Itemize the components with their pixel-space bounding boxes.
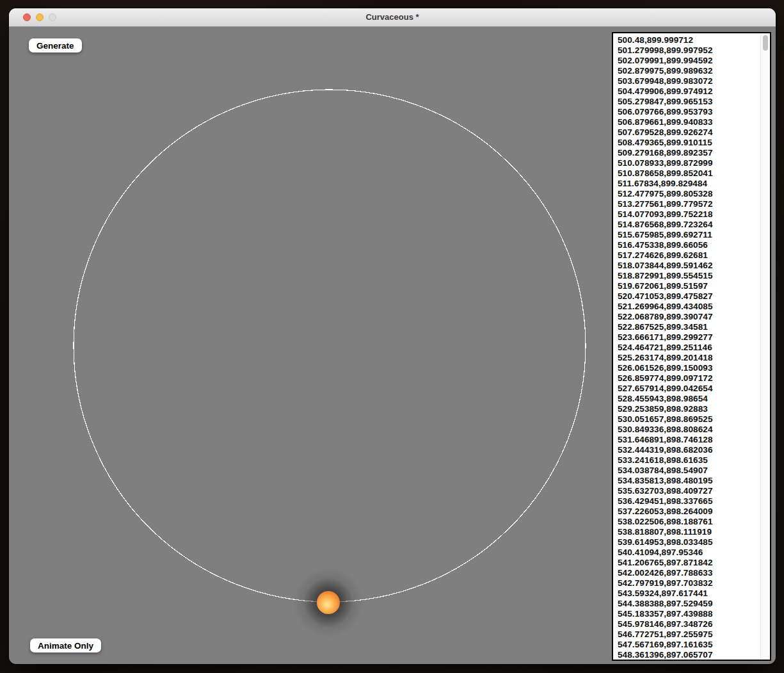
coordinate-row: 545.978146,897.348726 [618, 619, 761, 629]
coordinate-row: 505.279847,899.965153 [618, 97, 761, 107]
coordinate-row: 519.672061,899.51597 [618, 281, 761, 291]
coordinate-row: 524.464721,899.251146 [618, 343, 761, 353]
coordinate-row: 502.079991,899.994592 [618, 56, 761, 66]
title-bar[interactable]: Curvaceous * [9, 8, 776, 27]
coordinate-row: 501.279998,899.997952 [618, 45, 761, 56]
coordinates-list[interactable]: 500.48,899.999712501.279998,899.99795250… [612, 32, 771, 661]
coordinate-row: 506.079766,899.953793 [618, 107, 761, 117]
generate-button-label: Generate [36, 41, 74, 51]
scrollbar-track[interactable] [760, 33, 770, 660]
generate-button[interactable]: Generate [29, 38, 82, 53]
app-window: Curvaceous * Generate Animate Only 500.4… [9, 8, 776, 664]
animated-ball [317, 591, 340, 614]
coordinate-row: 532.444319,898.682036 [618, 445, 761, 455]
coordinate-row: 523.666171,899.299277 [618, 332, 761, 343]
coordinate-row: 502.879975,899.989632 [618, 66, 761, 76]
coordinate-row: 506.879661,899.940833 [618, 117, 761, 127]
coordinate-row: 509.279168,899.892357 [618, 148, 761, 158]
coordinate-row: 516.475338,899.66056 [618, 240, 761, 250]
coordinate-row: 539.614953,898.033485 [618, 537, 761, 547]
coordinate-row: 528.455943,898.98654 [618, 394, 761, 404]
coordinate-row: 515.675985,899.692711 [618, 230, 761, 240]
coordinate-row: 537.226053,898.264009 [618, 507, 761, 517]
coordinate-row: 510.878658,899.852041 [618, 168, 761, 179]
coordinate-row: 508.479365,899.910115 [618, 138, 761, 148]
coordinate-row: 517.274626,899.62681 [618, 250, 761, 261]
coordinate-row: 534.835813,898.480195 [618, 476, 761, 486]
coordinate-row: 538.022506,898.188761 [618, 517, 761, 527]
coordinate-row: 531.646891,898.746128 [618, 435, 761, 445]
coordinate-row: 542.797919,897.703832 [618, 578, 761, 588]
coordinate-row: 538.818807,898.111919 [618, 527, 761, 537]
animate-only-button[interactable]: Animate Only [30, 638, 101, 653]
scrollbar-thumb[interactable] [763, 35, 768, 51]
coordinate-row: 546.772751,897.255975 [618, 629, 761, 640]
coordinates-rows[interactable]: 500.48,899.999712501.279998,899.99795250… [613, 33, 761, 660]
coordinate-row: 527.657914,899.042654 [618, 384, 761, 394]
coordinate-row: 504.479906,899.974912 [618, 86, 761, 97]
coordinate-row: 536.429451,898.337665 [618, 496, 761, 507]
coordinate-row: 522.867525,899.34581 [618, 322, 761, 332]
coordinate-row: 522.068789,899.390747 [618, 312, 761, 322]
coordinate-row: 530.051657,898.869525 [618, 414, 761, 425]
coordinate-row: 535.632703,898.409727 [618, 486, 761, 496]
coordinate-row: 542.002426,897.788633 [618, 568, 761, 578]
coordinate-row: 512.477975,899.805328 [618, 189, 761, 199]
coordinate-row: 525.263174,899.201418 [618, 353, 761, 363]
coordinate-row: 511.67834,899.829484 [618, 179, 761, 189]
coordinate-row: 513.277561,899.779572 [618, 199, 761, 209]
coordinate-row: 543.59324,897.617441 [618, 588, 761, 599]
coordinate-row: 544.388388,897.529459 [618, 599, 761, 609]
coordinate-row: 541.206765,897.871842 [618, 558, 761, 568]
coordinate-row: 514.876568,899.723264 [618, 220, 761, 230]
coordinate-row: 534.038784,898.54907 [618, 466, 761, 476]
coordinate-row: 518.073844,899.591462 [618, 261, 761, 271]
coordinate-row: 520.471053,899.475827 [618, 291, 761, 302]
coordinate-row: 540.41094,897.95346 [618, 547, 761, 558]
coordinate-row: 545.183357,897.439888 [618, 609, 761, 619]
coordinate-row: 507.679528,899.926274 [618, 127, 761, 138]
animate-only-button-label: Animate Only [38, 641, 93, 651]
coordinate-row: 547.567169,897.161635 [618, 640, 761, 650]
coordinate-row: 548.361396,897.065707 [618, 650, 761, 660]
coordinate-row: 529.253859,898.92883 [618, 404, 761, 414]
coordinate-row: 530.849336,898.808624 [618, 425, 761, 435]
coordinate-row: 503.679948,899.983072 [618, 76, 761, 86]
coordinate-row: 526.859774,899.097172 [618, 373, 761, 384]
coordinate-row: 514.077093,899.752218 [618, 209, 761, 220]
coordinate-row: 526.061526,899.150093 [618, 363, 761, 373]
coordinate-row: 518.872991,899.554515 [618, 271, 761, 281]
window-title: Curvaceous * [9, 8, 776, 26]
coordinate-row: 500.48,899.999712 [618, 35, 761, 45]
coordinate-row: 521.269964,899.434085 [618, 302, 761, 312]
coordinate-row: 510.078933,899.872999 [618, 158, 761, 168]
coordinate-row: 533.241618,898.61635 [618, 455, 761, 466]
